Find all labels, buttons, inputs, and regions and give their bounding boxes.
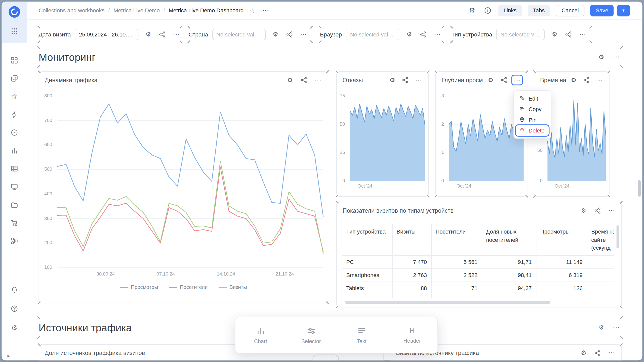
resize-handle[interactable] [326, 70, 329, 73]
breadcrumb-item[interactable]: Collections and workbooks [38, 7, 104, 13]
sidebar-item-presentations[interactable] [10, 182, 19, 191]
resize-handle[interactable] [620, 201, 623, 204]
widget-settings-gear-icon[interactable]: ⚙ [579, 348, 588, 357]
table-header-cell[interactable]: Тип устройства [342, 224, 392, 255]
toolbar-add-text[interactable]: Text [336, 326, 387, 344]
resize-handle[interactable] [427, 70, 430, 73]
resize-handle[interactable] [187, 25, 190, 29]
widget-more-icon-focused[interactable]: ⋯ [512, 75, 522, 84]
widget-relations-icon[interactable] [285, 30, 294, 39]
widget-more-icon[interactable]: ⋯ [298, 30, 308, 39]
chart-plot[interactable] [449, 96, 524, 181]
widget-more-icon[interactable]: ⋯ [607, 206, 616, 215]
widget-relations-icon[interactable] [400, 75, 410, 84]
favorite-star-icon[interactable]: ☆ [247, 6, 257, 15]
resize-handle[interactable] [620, 305, 623, 309]
chart-plot[interactable] [350, 96, 425, 181]
widget-more-icon[interactable]: ⋯ [607, 348, 616, 357]
widget-more-icon[interactable]: ⋯ [578, 30, 587, 39]
widget-settings-gear-icon[interactable]: ⚙ [569, 75, 579, 84]
resize-handle[interactable] [434, 70, 438, 73]
resize-handle[interactable] [525, 195, 529, 198]
resize-handle[interactable] [450, 25, 453, 29]
resize-handle[interactable] [434, 195, 438, 198]
widget-settings-gear-icon[interactable]: ⚙ [550, 30, 559, 39]
sidebar-item-flows[interactable] [10, 236, 19, 245]
menu-item-copy[interactable]: Copy [516, 104, 549, 114]
resize-handle[interactable] [620, 336, 623, 339]
notifications-bell-icon[interactable] [9, 285, 19, 295]
sidebar-item-marketplace[interactable] [10, 218, 19, 228]
breadcrumb-item[interactable]: Metrica Live Demo [113, 7, 160, 13]
resize-handle[interactable] [37, 336, 41, 339]
resize-handle[interactable] [179, 40, 183, 43]
table-header-cell[interactable]: Время на сайте (секунд [587, 224, 614, 255]
breadcrumb-more-icon[interactable]: ⋯ [261, 6, 271, 15]
widget-settings-gear-icon[interactable]: ⚙ [270, 30, 280, 39]
resize-handle[interactable] [38, 70, 41, 73]
resize-handle[interactable] [620, 343, 623, 346]
widget-relations-icon[interactable] [418, 30, 428, 39]
widget-more-icon[interactable]: ⋯ [414, 75, 423, 84]
widget-relations-icon[interactable] [564, 30, 574, 39]
resize-handle[interactable] [450, 40, 453, 43]
resize-handle[interactable] [37, 46, 41, 49]
help-icon[interactable] [9, 304, 19, 313]
resize-handle[interactable] [37, 25, 41, 29]
table-header-cell[interactable]: Просмотры [536, 224, 587, 255]
save-button[interactable]: Save [590, 5, 614, 16]
resize-handle[interactable] [326, 301, 329, 305]
sidebar-item-quick[interactable] [10, 110, 19, 119]
resize-handle[interactable] [589, 25, 592, 29]
resize-handle[interactable] [525, 70, 529, 73]
resize-handle[interactable] [620, 65, 623, 68]
tabs-button[interactable]: Tabs [528, 5, 550, 16]
app-logo-icon[interactable] [8, 6, 20, 18]
resize-handle[interactable] [620, 46, 623, 49]
toolbar-add-header[interactable]: H Header [387, 327, 437, 344]
chart-plot[interactable] [58, 96, 323, 267]
widget-settings-gear-icon[interactable]: ⚙ [285, 75, 295, 84]
date-range-input[interactable]: 25.09.2024 - 26.10.2024 [75, 29, 138, 40]
sidebar-item-collections[interactable] [10, 74, 19, 83]
resize-handle[interactable] [441, 40, 445, 43]
widget-more-icon[interactable]: ⋯ [432, 30, 442, 39]
menu-item-edit[interactable]: ✎ Edit [516, 93, 549, 104]
resize-handle[interactable] [187, 40, 190, 43]
legend-item[interactable]: Визиты [218, 284, 247, 290]
resize-handle[interactable] [37, 40, 41, 43]
browser-select[interactable]: No selected values [346, 29, 399, 40]
save-dropdown-button[interactable]: ▾ [617, 5, 630, 16]
menu-item-delete[interactable]: Delete [516, 125, 549, 136]
resize-handle[interactable] [607, 70, 611, 73]
resize-handle[interactable] [335, 70, 339, 73]
table-header-cell[interactable]: Визиты [392, 224, 431, 255]
sidebar-item-charts[interactable] [10, 146, 19, 155]
widget-settings-gear-icon[interactable]: ⚙ [579, 206, 588, 215]
widget-more-icon[interactable]: ⋯ [611, 323, 621, 332]
cancel-button[interactable]: Cancel [556, 5, 584, 16]
device-type-select[interactable]: No selected values [496, 29, 545, 40]
dashboard-settings-gear-icon[interactable]: ⚙ [467, 6, 477, 15]
widget-relations-icon[interactable] [593, 348, 602, 357]
widget-relations-icon[interactable] [157, 30, 167, 39]
widget-more-icon[interactable]: ⋯ [611, 53, 621, 62]
resize-handle[interactable] [38, 301, 41, 305]
table-vertical-scrollbar[interactable] [617, 225, 619, 248]
resize-handle[interactable] [37, 316, 41, 319]
resize-handle[interactable] [533, 70, 536, 73]
horizontal-scrollbar[interactable] [345, 301, 550, 304]
widget-settings-gear-icon[interactable]: ⚙ [387, 75, 397, 84]
widget-settings-gear-icon[interactable]: ⚙ [404, 30, 414, 39]
collapse-sidebar-button[interactable]: ▸ [7, 353, 10, 359]
widget-relations-icon[interactable] [499, 75, 509, 84]
resize-handle[interactable] [427, 195, 430, 198]
resize-handle[interactable] [335, 305, 339, 309]
widget-settings-gear-icon[interactable]: ⚙ [596, 53, 606, 62]
widget-relations-icon[interactable] [593, 206, 602, 215]
widget-relations-icon[interactable] [582, 75, 591, 84]
table-header-cell[interactable]: Доля новых посетителей [482, 224, 536, 255]
resize-handle[interactable] [607, 195, 611, 198]
info-icon[interactable] [483, 6, 493, 15]
sidebar-item-services[interactable] [10, 128, 19, 137]
